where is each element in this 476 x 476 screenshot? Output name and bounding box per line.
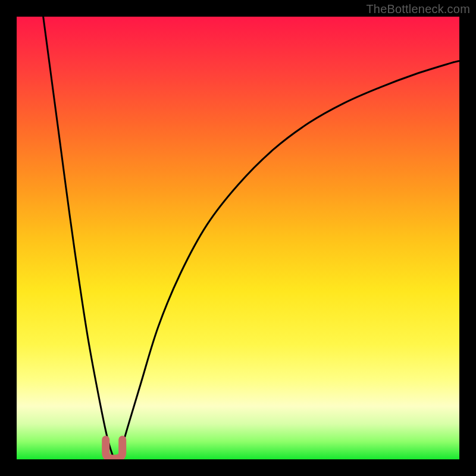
chart-frame: TheBottleneck.com	[0, 0, 476, 476]
watermark-text: TheBottleneck.com	[366, 2, 470, 16]
curve-left	[43, 17, 114, 459]
chart-svg	[17, 17, 459, 459]
curves-group	[43, 17, 459, 459]
curve-right	[118, 61, 459, 459]
chart-plot-area	[17, 17, 459, 459]
minimum-marker	[106, 440, 123, 459]
